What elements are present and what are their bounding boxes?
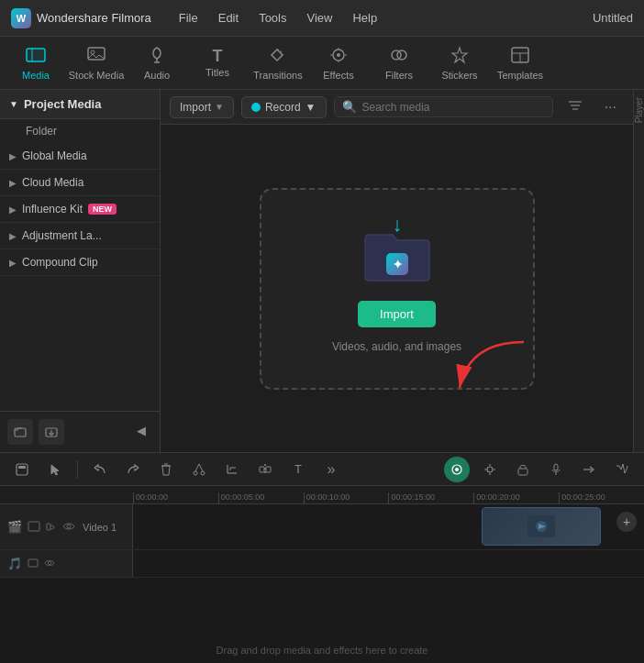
search-icon: 🔍 [342, 100, 357, 114]
toolbar-stock-media[interactable]: Stock Media [68, 40, 125, 86]
video-clip[interactable] [482, 507, 601, 546]
sidebar-add-folder-btn[interactable] [7, 419, 33, 445]
content-area: Import ▼ Record ▼ 🔍 ··· [161, 90, 633, 452]
svg-rect-56 [28, 559, 38, 567]
menu-view[interactable]: View [297, 7, 341, 28]
filter-btn[interactable] [561, 95, 590, 118]
timeline-cut-btn[interactable] [186, 457, 212, 482]
svg-point-57 [48, 561, 50, 564]
svg-point-28 [194, 471, 197, 475]
svg-rect-46 [518, 469, 527, 475]
record-btn-label: Record [265, 101, 301, 114]
cloud-media-arrow: ▶ [9, 178, 17, 188]
sidebar-item-compound-clip[interactable]: ▶ Compound Clip [0, 249, 160, 276]
project-media-label: Project Media [24, 97, 102, 111]
timeline-more-tools-btn[interactable]: » [318, 457, 344, 482]
svg-point-40 [455, 468, 459, 471]
sidebar-item-adjustment[interactable]: ▶ Adjustment La... [0, 223, 160, 249]
svg-marker-11 [452, 48, 467, 62]
track-label-audio: 🎵 [0, 550, 133, 577]
timeline-pointer-btn[interactable] [42, 457, 68, 482]
compound-clip-arrow: ▶ [9, 258, 17, 268]
timeline-text-btn[interactable]: T [285, 457, 311, 482]
toolbar-filters-label: Filters [385, 70, 413, 81]
ruler-4: 00:00:20:00 [473, 492, 559, 503]
add-track-btn[interactable]: + [616, 512, 637, 532]
content-toolbar: Import ▼ Record ▼ 🔍 ··· [161, 90, 633, 125]
svg-point-10 [397, 50, 406, 60]
menu-file[interactable]: File [170, 7, 207, 28]
timeline-crop-btn[interactable] [219, 457, 245, 482]
import-green-btn[interactable]: Import [358, 301, 436, 327]
timeline-fx-btn[interactable] [609, 457, 635, 482]
svg-point-52 [67, 525, 71, 528]
timeline-color-btn[interactable] [444, 457, 470, 482]
more-btn[interactable]: ··· [597, 95, 624, 119]
svg-line-30 [195, 464, 199, 471]
transitions-icon [268, 46, 288, 67]
toolbar-media[interactable]: Media [7, 40, 64, 86]
ruler-5: 00:00:25:00 [559, 492, 644, 503]
top-bar: W Wondershare Filmora File Edit Tools Vi… [0, 0, 644, 37]
adjustment-label: Adjustment La... [22, 229, 102, 242]
timeline-ruler: 00:00:00 00:00:05:00 00:00:10:00 00:00:1… [0, 486, 644, 504]
timeline-toolbar: T » [0, 453, 644, 486]
window-title: Untitled [593, 11, 633, 25]
track-content-audio[interactable] [133, 550, 644, 577]
menu-edit[interactable]: Edit [209, 7, 248, 28]
player-panel: Player [633, 90, 644, 452]
search-input[interactable] [362, 101, 545, 114]
timeline-redo-btn[interactable] [120, 457, 146, 482]
sidebar-item-global-media[interactable]: ▶ Global Media [0, 143, 160, 170]
toolbar-stickers-label: Stickers [441, 70, 477, 81]
timeline-undo-btn[interactable] [87, 457, 113, 482]
svg-rect-51 [47, 524, 50, 530]
sidebar-folder[interactable]: Folder [0, 119, 160, 143]
svg-rect-38 [266, 467, 271, 472]
toolbar-templates[interactable]: Templates [492, 40, 549, 86]
toolbar-filters[interactable]: Filters [371, 40, 427, 86]
record-btn[interactable]: Record ▼ [241, 96, 327, 118]
toolbar-transitions[interactable]: Transitions [250, 40, 306, 86]
track-video-clip-icon [28, 521, 40, 534]
effects-icon [328, 46, 349, 67]
track-row-audio: 🎵 [0, 550, 644, 578]
svg-rect-1 [27, 49, 45, 61]
sidebar-item-cloud-media[interactable]: ▶ Cloud Media [0, 170, 160, 196]
svg-line-31 [199, 464, 203, 471]
menu-help[interactable]: Help [343, 7, 386, 28]
svg-point-41 [487, 467, 493, 472]
toolbar-stickers[interactable]: Stickers [431, 40, 488, 86]
timeline-arrow-btn[interactable] [576, 457, 602, 482]
tl-sep1 [77, 460, 78, 479]
timeline-settings-btn[interactable] [477, 457, 503, 482]
menu-bar: File Edit Tools View Help [170, 7, 593, 28]
toolbar-titles[interactable]: T Titles [189, 40, 246, 86]
timeline-delete-btn[interactable] [153, 457, 179, 482]
timeline-lock-btn[interactable] [510, 457, 536, 482]
toolbar-effects[interactable]: Effects [310, 40, 367, 86]
svg-point-29 [201, 471, 205, 475]
svg-text:✦: ✦ [392, 258, 402, 271]
sidebar-import-btn[interactable] [39, 419, 64, 445]
track-content-video[interactable]: + [133, 504, 644, 549]
import-dropdown-btn[interactable]: Import ▼ [170, 96, 234, 118]
sidebar-collapse-btn[interactable]: ◀ [130, 419, 152, 441]
menu-tools[interactable]: Tools [250, 7, 295, 28]
sidebar-bottom: ◀ [0, 411, 160, 452]
ruler-marks: 00:00:00 00:00:05:00 00:00:10:00 00:00:1… [133, 492, 644, 503]
timeline-mic-btn[interactable] [543, 457, 569, 482]
player-label: Player [634, 97, 644, 123]
adjustment-arrow: ▶ [9, 231, 17, 241]
timeline-select-btn[interactable] [9, 457, 35, 482]
sidebar-item-influence-kit[interactable]: ▶ Influence Kit NEW [0, 196, 160, 223]
svg-rect-50 [28, 522, 39, 531]
templates-icon [510, 46, 530, 67]
toolbar-audio[interactable]: Audio [128, 40, 185, 86]
sidebar-project-media[interactable]: ▼ Project Media [0, 90, 160, 119]
track-drop-area: Drag and drop media and effects here to … [0, 578, 644, 663]
video-clip-thumb [483, 508, 600, 545]
timeline-split-btn[interactable] [252, 457, 278, 482]
toolbar-templates-label: Templates [497, 70, 543, 81]
svg-rect-47 [554, 464, 558, 470]
